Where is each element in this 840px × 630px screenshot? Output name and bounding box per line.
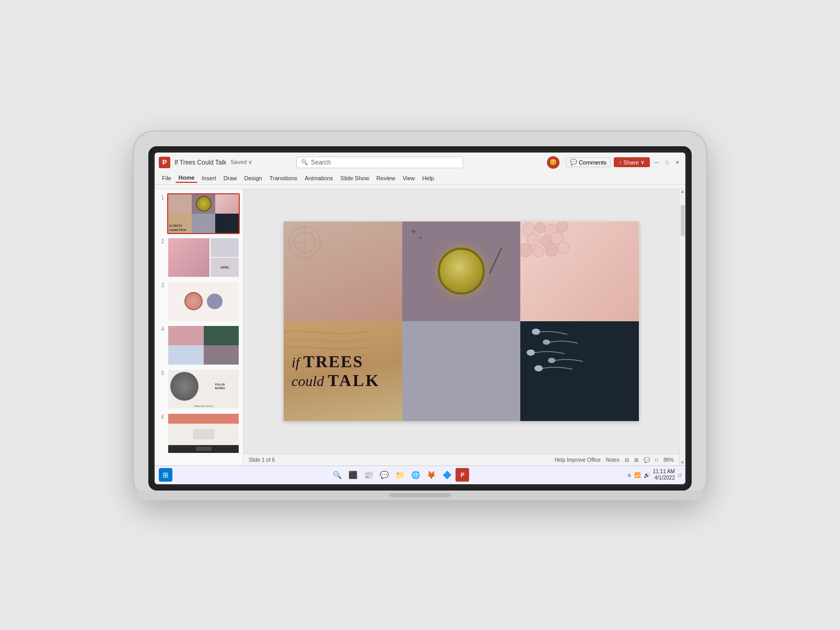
taskbar-taskview-icon[interactable]: ⬛ [346,468,359,482]
taskbar-right: ∧ 📶 🔊 11:11 AM 4/1/2022 □ [627,469,681,481]
slide-thumb-1[interactable]: 1 if TREE [158,193,240,234]
scroll-thumb[interactable] [681,205,685,236]
menu-home[interactable]: Home [176,173,198,183]
slide-cell-botleft [284,321,402,421]
main-slide: ✦ ✦ [284,221,639,422]
close-button[interactable]: ✕ [674,159,681,166]
minimize-button[interactable]: — [653,159,660,166]
svg-point-17 [527,349,535,356]
taskbar-ppt-icon[interactable]: P [456,468,469,482]
taskbar-up-arrow[interactable]: ∧ [627,472,631,478]
window-title: If Trees Could Talk [174,159,226,166]
share-icon: ↑ [619,159,622,166]
notes-button[interactable]: Notes [606,457,620,463]
slide-image-5[interactable]: POLLIN BODIES TRAVELING SEEDS [167,369,240,410]
svg-point-14 [557,242,569,253]
slide-background-grid: ✦ ✦ [284,221,639,422]
svg-point-15 [532,329,540,335]
slide-6-content [168,414,239,452]
slide-thumb-6[interactable]: 6 [158,413,240,453]
menu-insert[interactable]: Insert [199,174,219,182]
search-bar[interactable]: 🔍 Search [296,157,463,168]
screen-bezel: P If Trees Could Talk Saved ∨ 🔍 Search 😊… [148,146,692,491]
ribbon-divider [155,185,685,189]
menu-file[interactable]: File [159,174,174,182]
slide-number-3: 3 [158,283,164,288]
thumb-cell-4: if TREEScould TALK [168,214,192,233]
menu-review[interactable]: Review [374,174,399,182]
comments-button[interactable]: 💬 Comments [566,157,611,167]
menu-draw[interactable]: Draw [220,174,240,182]
reading-view-icon[interactable]: □ [655,457,658,463]
taskbar-edge-icon[interactable]: 🌐 [409,468,422,482]
maximize-button[interactable]: □ [663,159,671,166]
status-bar: Slide 1 of 6 Help Improve Office Notes ⊟… [243,454,679,465]
slide-edit-wrapper: ✦ ✦ [243,189,679,465]
menu-slideshow[interactable]: Slide Show [337,174,372,182]
taskbar-explorer-icon[interactable]: 📁 [393,468,406,482]
slide-sorter-icon[interactable]: ⊞ [634,457,638,463]
user-avatar: 😊 [547,156,559,169]
thumb-cell-2 [192,194,215,214]
slide-image-6[interactable] [167,413,240,453]
slide-image-2[interactable]: cells [167,237,240,278]
taskbar-widgets-icon[interactable]: 📰 [361,468,375,482]
taskbar-volume-icon[interactable]: 🔊 [644,472,650,478]
slide-image-3[interactable] [167,281,240,322]
taskbar-icons-group: 🔍 ⬛ 📰 💬 📁 🌐 🦊 🔷 P [176,468,624,482]
normal-view-icon[interactable]: ⊟ [625,457,629,463]
slide-cell-botmid [402,321,521,421]
slide-cell-botright [520,321,639,421]
laptop-screen: P If Trees Could Talk Saved ∨ 🔍 Search 😊… [155,153,685,484]
taskbar-search-icon[interactable]: 🔍 [330,468,344,482]
slide-image-4[interactable] [167,325,240,366]
taskbar-start-button[interactable]: ⊞ [159,468,172,482]
thumb-cell-5 [192,214,215,233]
svg-point-16 [543,340,550,345]
menu-transitions[interactable]: Transitions [266,174,300,182]
slide-panel[interactable]: 1 if TREE [155,189,243,465]
clock-time: 11:11 AM [653,469,675,475]
slide-image-1[interactable]: if TREEScould TALK [167,193,240,234]
slide-number-2: 2 [158,239,164,244]
taskbar-chat-icon[interactable]: 💬 [377,468,391,482]
svg-point-11 [520,243,532,257]
svg-point-13 [545,244,558,256]
slide-thumb-4[interactable]: 4 [158,325,240,366]
slide-4-content [168,326,239,365]
help-text: Help Improve Office [555,457,601,463]
scroll-up-arrow[interactable]: ▲ [680,189,685,194]
thumb-cell-3 [215,194,239,214]
menu-view[interactable]: View [400,174,418,182]
thumb-cell-6 [215,214,239,233]
slide-number-4: 4 [158,326,164,332]
slide-cell-topright [520,221,639,321]
taskbar-firefox-icon[interactable]: 🦊 [424,468,438,482]
scroll-down-arrow[interactable]: ▼ [680,460,685,465]
slide-thumb-3[interactable]: 3 [158,281,240,322]
clock-date: 4/1/2022 [653,475,675,481]
search-icon: 🔍 [301,159,308,166]
slide-info: Slide 1 of 6 [249,457,275,463]
title-bar: P If Trees Could Talk Saved ∨ 🔍 Search 😊… [155,153,685,172]
taskbar-store-icon[interactable]: 🔷 [440,468,453,482]
status-right: Help Improve Office Notes ⊟ ⊞ 💬 □ 86% [555,457,674,463]
taskbar-network-icon[interactable]: 📶 [634,472,640,478]
menu-animations[interactable]: Animations [301,174,336,182]
slide-3-content [168,282,239,321]
slide-number-6: 6 [158,414,164,420]
laptop-base [133,491,707,500]
slide-thumb-5[interactable]: 5 POLLIN BODIES [158,369,240,410]
slide-cell-topmid: ✦ ✦ [402,221,521,321]
laptop-notch [389,493,451,497]
share-button[interactable]: ↑ Share ∨ [614,157,650,167]
comment-view-icon[interactable]: 💬 [644,457,650,463]
menu-design[interactable]: Design [241,174,265,182]
ppt-window: P If Trees Could Talk Saved ∨ 🔍 Search 😊… [155,153,685,484]
menu-help[interactable]: Help [419,174,437,182]
search-input[interactable]: Search [311,159,331,166]
slide-thumb-2[interactable]: 2 cells [158,237,240,278]
scroll-bar[interactable]: ▲ ▼ [679,189,685,465]
taskbar-notification-icon[interactable]: □ [678,472,681,478]
menu-bar: File Home Insert Draw Design Transitions… [155,172,685,185]
